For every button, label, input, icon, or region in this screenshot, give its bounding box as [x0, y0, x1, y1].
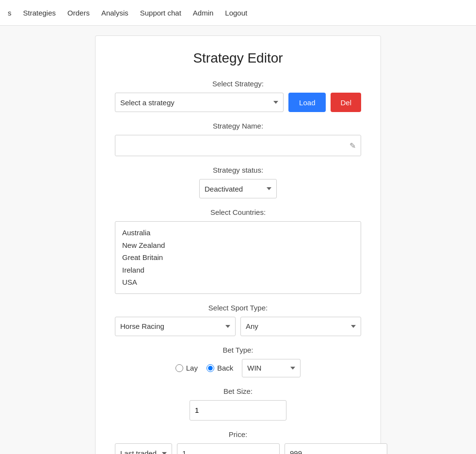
- price-label: Price:: [115, 430, 361, 438]
- bet-type-group: Bet Type: Lay Back WIN PLACE EACH WAY: [115, 346, 361, 377]
- price-row: Last traded Best back Best lay Ladder: [115, 443, 361, 454]
- main-nav: s Strategies Orders Analysis Support cha…: [0, 0, 476, 26]
- strategy-name-label: Strategy Name:: [115, 122, 361, 130]
- back-radio-label[interactable]: Back: [206, 364, 233, 372]
- select-strategy-row: Select a strategy Load Del: [115, 93, 361, 112]
- bet-type-label: Bet Type:: [115, 346, 361, 354]
- nav-admin[interactable]: Admin: [193, 9, 214, 17]
- select-countries-label: Select Countries:: [115, 208, 361, 216]
- nav-home[interactable]: s: [8, 9, 12, 17]
- page-title: Strategy Editor: [115, 50, 361, 66]
- main-wrapper: Strategy Editor Select Strategy: Select …: [0, 26, 476, 454]
- strategy-status-group: Strategy status: Deactivated Activated: [115, 166, 361, 198]
- strategy-status-center: Deactivated Activated: [115, 179, 361, 198]
- strategy-name-wrapper: ✎: [115, 135, 361, 156]
- nav-logout[interactable]: Logout: [225, 9, 247, 17]
- del-button[interactable]: Del: [331, 93, 361, 112]
- back-label: Back: [217, 364, 233, 372]
- country-new-zealand[interactable]: New Zealand: [122, 239, 354, 252]
- strategy-name-input[interactable]: [115, 135, 361, 156]
- sport-row: Horse Racing Football Tennis Golf Any Fl…: [115, 317, 361, 336]
- price-type-select[interactable]: Last traded Best back Best lay Ladder: [115, 443, 172, 454]
- nav-support-chat[interactable]: Support chat: [140, 9, 181, 17]
- strategy-status-select[interactable]: Deactivated Activated: [199, 179, 277, 198]
- back-radio[interactable]: [206, 364, 214, 372]
- country-great-britain[interactable]: Great Britain: [122, 251, 354, 264]
- strategy-select[interactable]: Select a strategy: [115, 93, 284, 112]
- load-button[interactable]: Load: [288, 93, 326, 112]
- countries-list[interactable]: Australia New Zealand Great Britain Irel…: [115, 221, 361, 294]
- win-select[interactable]: WIN PLACE EACH WAY: [242, 359, 301, 377]
- bet-size-label: Bet Size:: [115, 387, 361, 395]
- strategy-status-label: Strategy status:: [115, 166, 361, 174]
- nav-strategies[interactable]: Strategies: [23, 9, 56, 17]
- sport-type-select[interactable]: Horse Racing Football Tennis Golf: [115, 317, 236, 336]
- select-countries-group: Select Countries: Australia New Zealand …: [115, 208, 361, 294]
- lay-radio[interactable]: [175, 364, 183, 372]
- nav-analysis[interactable]: Analysis: [101, 9, 128, 17]
- country-ireland[interactable]: Ireland: [122, 264, 354, 276]
- bet-size-input[interactable]: [190, 400, 286, 421]
- select-strategy-label: Select Strategy:: [115, 80, 361, 88]
- editor-card: Strategy Editor Select Strategy: Select …: [95, 35, 381, 454]
- price-min-input[interactable]: [177, 443, 280, 454]
- lay-label: Lay: [186, 364, 198, 372]
- bet-size-center: [115, 400, 361, 421]
- country-usa[interactable]: USA: [122, 276, 354, 289]
- bet-type-row: Lay Back WIN PLACE EACH WAY: [115, 359, 361, 377]
- bet-size-group: Bet Size:: [115, 387, 361, 421]
- lay-radio-label[interactable]: Lay: [175, 364, 198, 372]
- price-max-input[interactable]: [285, 443, 387, 454]
- country-australia[interactable]: Australia: [122, 227, 354, 239]
- price-group: Price: Last traded Best back Best lay La…: [115, 430, 361, 454]
- edit-icon: ✎: [349, 141, 356, 150]
- sport-type-label: Select Sport Type:: [115, 304, 361, 312]
- nav-orders[interactable]: Orders: [67, 9, 90, 17]
- strategy-name-group: Strategy Name: ✎: [115, 122, 361, 156]
- sport-subtype-select[interactable]: Any Flat Hurdle Chase: [240, 317, 361, 336]
- select-strategy-group: Select Strategy: Select a strategy Load …: [115, 80, 361, 112]
- sport-type-group: Select Sport Type: Horse Racing Football…: [115, 304, 361, 336]
